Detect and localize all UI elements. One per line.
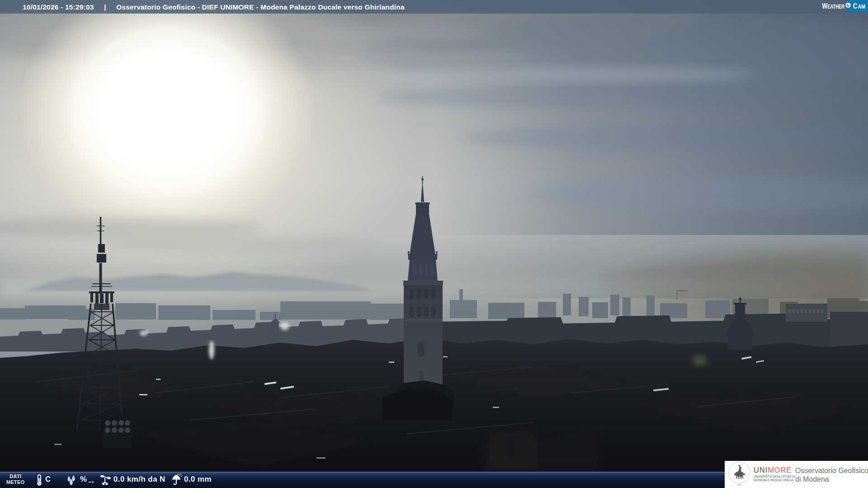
svg-text:EATHER: EATHER (828, 3, 845, 10)
svg-text:C: C (853, 2, 858, 10)
svg-text:di Modena: di Modena (795, 475, 829, 483)
svg-text:UNIMORE: UNIMORE (754, 466, 792, 474)
svg-text:AM: AM (858, 3, 866, 10)
svg-text:UNIVERSITÀ DEGLI STUDI DI: UNIVERSITÀ DEGLI STUDI DI (754, 474, 796, 478)
svg-text:W: W (822, 2, 828, 10)
svg-text:1175: 1175 (737, 484, 741, 486)
svg-text:MODENA E REGGIO EMILIA: MODENA E REGGIO EMILIA (754, 479, 793, 482)
svg-text:Osservatorio Geofisico: Osservatorio Geofisico (795, 467, 868, 474)
